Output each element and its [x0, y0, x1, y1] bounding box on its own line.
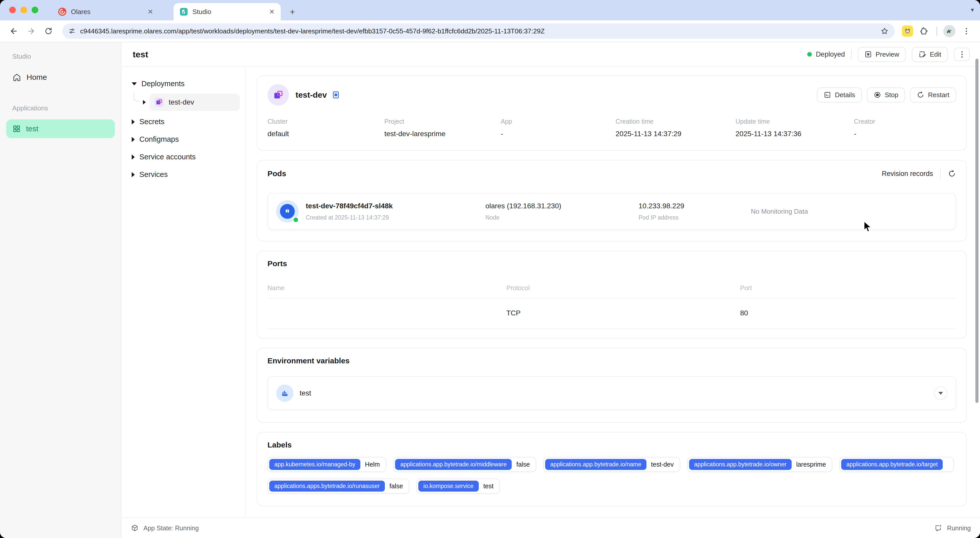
- tree-label: Deployments: [142, 79, 185, 88]
- zoom-window-button[interactable]: [32, 6, 38, 13]
- tree-item-services[interactable]: Services: [127, 166, 240, 183]
- restart-label: Restart: [928, 91, 950, 99]
- ports-card: Ports Name Protocol Port TCP 80: [257, 251, 967, 339]
- profile-avatar[interactable]: [943, 25, 956, 37]
- meta-label: Creator: [854, 118, 956, 125]
- tree-label: Secrets: [139, 117, 164, 126]
- browser-menu-kebab-icon[interactable]: [959, 24, 973, 38]
- status-right[interactable]: Running: [934, 524, 971, 532]
- pod-node-label: Node: [485, 214, 638, 221]
- meta-label: Update time: [735, 118, 854, 125]
- browser-window: Olares ✕ Studio ✕ + ▼: [0, 0, 980, 538]
- preview-button[interactable]: Preview: [858, 47, 906, 62]
- table-row: TCP 80: [267, 298, 956, 329]
- container-avatar: [276, 384, 293, 402]
- tab-studio[interactable]: Studio ✕: [173, 3, 281, 21]
- chip-value: Helm: [360, 459, 384, 470]
- pods-divider: [940, 168, 941, 179]
- tree-label: Service accounts: [139, 153, 196, 161]
- deployment-meta: Clusterdefault Projecttest-dev-laresprim…: [267, 118, 956, 138]
- chip-value: test-dev: [646, 459, 678, 470]
- more-actions-kebab-icon[interactable]: [954, 48, 970, 61]
- caret-right-icon[interactable]: [132, 154, 135, 160]
- port-name: [267, 309, 506, 317]
- pod-monitoring-status: No Monitoring Data: [751, 208, 808, 216]
- tab-olares[interactable]: Olares ✕: [52, 3, 159, 21]
- label-chip: applications.app.bytetrade.io/target: [839, 457, 954, 472]
- forward-icon[interactable]: [24, 24, 38, 38]
- site-settings-icon[interactable]: [68, 27, 76, 35]
- sidebar-item-home[interactable]: Home: [6, 68, 115, 87]
- label-chip: applications.apps.bytetrade.io/runasuser…: [267, 479, 409, 494]
- deployment-name: test-dev: [296, 90, 327, 100]
- resource-tree: Deployments test-dev: [121, 67, 245, 517]
- pod-status-dot: [293, 216, 299, 223]
- back-icon[interactable]: [7, 24, 21, 38]
- environment-variables-card: Environment variables test: [257, 348, 967, 423]
- minimize-window-button[interactable]: [21, 6, 27, 13]
- tree-label: Configmaps: [139, 135, 179, 144]
- col-protocol: Protocol: [506, 284, 740, 292]
- tree-item-configmaps[interactable]: Configmaps: [127, 130, 240, 148]
- close-tab-icon[interactable]: ✕: [148, 8, 153, 15]
- tree-item-deployments[interactable]: Deployments: [127, 75, 240, 92]
- app-state-text: App State: Running: [143, 524, 199, 532]
- details-button[interactable]: Details: [817, 87, 862, 103]
- chip-value: laresprime: [792, 459, 831, 470]
- pod-row[interactable]: test-dev-78f49cf4d7-sl48k Created at 202…: [267, 193, 956, 230]
- tree-label: test-dev: [169, 98, 194, 106]
- edit-pencil-icon: [918, 51, 926, 58]
- chip-key: applications.app.bytetrade.io/target: [841, 459, 943, 470]
- tree-item-test-dev[interactable]: test-dev: [149, 94, 240, 111]
- env-container-row[interactable]: test: [267, 376, 956, 410]
- reload-icon[interactable]: [42, 24, 55, 38]
- col-name: Name: [267, 284, 506, 292]
- revision-records-link[interactable]: Revision records: [882, 170, 933, 178]
- caret-down-icon[interactable]: [132, 83, 137, 86]
- port-number: 80: [740, 309, 956, 317]
- new-tab-button[interactable]: +: [286, 5, 299, 18]
- restart-button[interactable]: Restart: [910, 87, 956, 103]
- tab-search-chevron-icon[interactable]: ▼: [970, 7, 975, 13]
- port-protocol: TCP: [506, 309, 740, 317]
- tree-item-service-accounts[interactable]: Service accounts: [127, 148, 240, 166]
- extension-dog-icon[interactable]: [902, 25, 913, 37]
- url-text[interactable]: c9446345.laresprime.olares.com/app/test/…: [80, 27, 876, 35]
- label-chip: applications.app.bytetrade.io/ownerlares…: [687, 457, 832, 472]
- pod-avatar: [276, 200, 299, 222]
- sidebar-applications-label: Applications: [12, 104, 115, 112]
- tree-item-secrets[interactable]: Secrets: [127, 113, 240, 130]
- edit-button[interactable]: Edit: [912, 47, 948, 62]
- macos-traffic-lights[interactable]: [9, 6, 38, 13]
- page-title: test: [133, 49, 148, 59]
- bookmark-star-icon[interactable]: [880, 27, 889, 35]
- close-window-button[interactable]: [9, 6, 16, 13]
- sidebar-item-test-app[interactable]: test: [6, 119, 115, 138]
- header-divider: [851, 49, 852, 59]
- studio-favicon: [180, 8, 188, 16]
- stop-icon: [873, 91, 881, 99]
- deployment-avatar: [267, 84, 289, 106]
- chip-value: [943, 462, 952, 467]
- extensions-puzzle-icon[interactable]: [917, 24, 931, 38]
- caret-right-icon[interactable]: [132, 172, 135, 177]
- caret-right-icon[interactable]: [132, 137, 135, 142]
- details-chart-icon: [824, 91, 831, 99]
- tab-title: Studio: [192, 8, 264, 16]
- caret-right-icon[interactable]: [143, 100, 146, 105]
- mouse-cursor: [864, 221, 872, 233]
- chip-key: applications.app.bytetrade.io/name: [545, 459, 646, 470]
- scrollbar-thumb[interactable]: [975, 59, 978, 403]
- refresh-icon[interactable]: [948, 170, 956, 178]
- toolbar-divider: [937, 27, 937, 36]
- browser-toolbar: c9446345.laresprime.olares.com/app/test/…: [0, 21, 980, 42]
- message-status-icon: [934, 524, 942, 532]
- labels-card: Labels app.kubernetes.io/managed-byHelm …: [257, 432, 967, 506]
- stop-button[interactable]: Stop: [867, 87, 905, 103]
- caret-right-icon[interactable]: [132, 119, 135, 124]
- close-tab-icon[interactable]: ✕: [269, 8, 275, 15]
- chip-key: applications.apps.bytetrade.io/runasuser: [269, 481, 385, 492]
- monitor-preview-icon[interactable]: [331, 90, 340, 99]
- expand-chevron-button[interactable]: [934, 387, 947, 400]
- address-bar[interactable]: c9446345.laresprime.olares.com/app/test/…: [62, 24, 895, 39]
